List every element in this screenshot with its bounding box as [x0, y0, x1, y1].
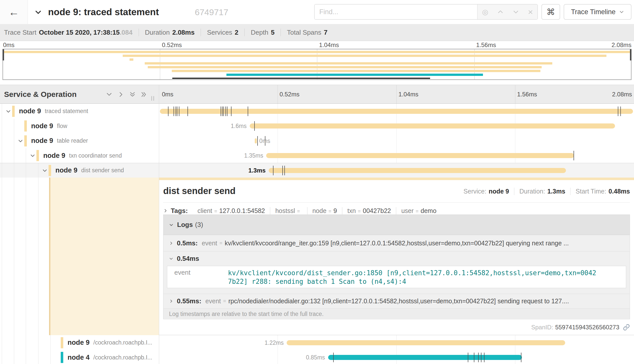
trace-view-selector[interactable]: Trace Timeline	[564, 4, 631, 20]
span-bar-row[interactable]: 1.6ms	[159, 119, 634, 134]
operation-name: traced statement	[45, 108, 88, 115]
log-value: kv/kvclient/kvcoord/range_iter.go:159 [n…	[225, 240, 569, 247]
trace-minimap[interactable]	[3, 49, 631, 80]
expand-all-icon[interactable]	[140, 91, 147, 99]
log-key: event	[167, 269, 228, 285]
next-result-icon[interactable]	[513, 9, 519, 15]
span-row-table-reader: node 9table reader 0ms	[0, 133, 634, 148]
column-resizer-handle[interactable]	[151, 96, 154, 101]
span-tree-item[interactable]: node 9flow	[0, 119, 159, 134]
operation-name: table reader	[57, 137, 88, 144]
span-duration-label: 0.85ms	[306, 354, 325, 361]
find-input[interactable]	[315, 5, 477, 19]
log-entry-toggle[interactable]: 0.5ms: event = kv/kvclient/kvcoord/range…	[163, 235, 630, 251]
chevron-right-icon	[169, 241, 173, 245]
service-name: node 9	[31, 137, 53, 145]
chevron-down-icon	[169, 223, 174, 227]
logs-footer-note: Log timestamps are relative to the start…	[163, 308, 630, 319]
trace-id: 6749717	[195, 0, 228, 25]
span-tree-item[interactable]: node 9txn coordinator send	[0, 148, 159, 163]
keyboard-shortcuts-button[interactable]: ⌘	[541, 4, 560, 20]
log-value: rpc/nodedialer/nodedialer.go:132 [n9,cli…	[228, 297, 569, 305]
span-bar[interactable]	[160, 109, 633, 114]
span-tree-item[interactable]: node 9table reader	[0, 133, 159, 148]
span-row-node4-rpc: node 4/cockroach.roachpb.I... 0.85ms	[0, 350, 634, 364]
collapse-children-icon[interactable]	[42, 168, 48, 173]
find-group: ◎ ×	[314, 4, 538, 20]
chevron-down-icon	[619, 9, 624, 14]
span-bar[interactable]	[287, 340, 565, 345]
span-bar-row[interactable]: 1.22ms	[159, 335, 634, 350]
locate-icon[interactable]: ◎	[482, 8, 488, 16]
service-color-chip	[61, 337, 63, 348]
service-name: node 9	[19, 107, 41, 115]
span-tree-item[interactable]: node 9traced statement	[0, 104, 159, 119]
deep-link-icon[interactable]	[623, 324, 630, 331]
detail-row-gutter	[0, 178, 159, 335]
operation-name: dist sender send	[81, 167, 124, 174]
minimap-left-scrubber[interactable]	[3, 49, 4, 60]
panel-divider[interactable]	[159, 85, 159, 364]
service-name: node 9	[55, 166, 77, 174]
collapse-children-icon[interactable]	[18, 138, 23, 144]
minimap-right-scrubber[interactable]	[630, 49, 631, 60]
tags-label: Tags:	[171, 207, 188, 215]
span-bar[interactable]	[255, 138, 257, 143]
span-duration-label: 1.22ms	[265, 339, 284, 346]
minimap-spans	[3, 49, 631, 79]
trace-start: Trace Start October 15 2020, 17:38:15 .0…	[4, 29, 133, 36]
trace-total-spans: Total Spans 7	[287, 29, 327, 36]
collapse-children-icon[interactable]	[6, 109, 11, 114]
log-key: event	[205, 297, 221, 305]
span-bar-row[interactable]	[159, 104, 634, 119]
span-detail-accent	[159, 178, 634, 180]
collapse-one-icon[interactable]	[106, 91, 113, 99]
service-name: node 9	[68, 339, 90, 347]
prev-result-icon[interactable]	[497, 9, 504, 15]
span-id: SpanID: 5597415943526560273	[531, 324, 630, 331]
tag-hostssl: hostssl=	[270, 207, 307, 215]
expand-one-icon[interactable]	[117, 91, 124, 99]
span-row-txn-coordinator-send: node 9txn coordinator send 1.35ms	[0, 148, 634, 163]
span-duration-label: 1.35ms	[244, 152, 263, 159]
operation-name: /cockroach.roachpb.I...	[93, 354, 152, 361]
service-color-chip	[24, 135, 27, 146]
span-tree-item[interactable]: node 9dist sender send	[0, 163, 159, 178]
span-bar-row[interactable]: 0.85ms	[159, 350, 634, 364]
span-row-traced-statement: node 9traced statement	[0, 104, 634, 119]
trace-depth: Depth 5	[251, 29, 274, 36]
log-entry-toggle-expanded[interactable]: 0.54ms	[163, 251, 630, 266]
top-bar: ← node 9: traced statement 6749717 ◎ × ⌘…	[0, 0, 634, 24]
span-bar[interactable]	[250, 123, 615, 129]
logs-toggle[interactable]: Logs (3)	[163, 215, 630, 235]
span-bar-row[interactable]: 0ms	[159, 133, 634, 148]
span-bar-row[interactable]: 1.3ms	[159, 163, 634, 178]
log-entry-toggle[interactable]: 0.55ms: event = rpc/nodedialer/nodediale…	[163, 294, 630, 308]
trace-duration: Duration 2.08ms	[145, 29, 195, 36]
service-name: node 4	[68, 354, 90, 361]
span-bar[interactable]	[266, 153, 574, 158]
span-tree-item[interactable]: node 4/cockroach.roachpb.I...	[0, 350, 159, 364]
operation-name: txn coordinator send	[69, 152, 122, 159]
span-tree-item[interactable]: node 9/cockroach.roachpb.I...	[0, 335, 159, 350]
service-name: node 9	[31, 122, 53, 130]
tag-node: node=9	[307, 207, 342, 215]
page-title: node 9: traced statement	[48, 0, 159, 24]
minimap-tick-labels: 0ms 0.52ms 1.04ms 1.56ms 2.08ms	[0, 41, 634, 49]
collapse-trace-header-icon[interactable]	[34, 8, 42, 17]
span-bar[interactable]	[328, 355, 522, 360]
back-button[interactable]: ←	[0, 0, 28, 24]
span-duration-label: 1.6ms	[231, 123, 247, 130]
span-bar[interactable]	[269, 168, 566, 173]
span-detail-title: dist sender send	[163, 186, 236, 196]
log-time: 0.5ms:	[177, 239, 198, 247]
collapse-all-icon[interactable]	[129, 91, 136, 99]
logs-title: Logs	[177, 221, 193, 229]
chevron-right-icon	[163, 208, 168, 213]
collapse-children-icon[interactable]	[30, 153, 35, 158]
log-value-mono: kv/kvclient/kvcoord/dist_sender.go:1850 …	[228, 269, 598, 285]
log-time: 0.54ms	[177, 255, 199, 263]
tag-client: client=127.0.0.1:54582	[192, 207, 270, 215]
clear-search-icon[interactable]: ×	[528, 7, 533, 17]
span-bar-row[interactable]: 1.35ms	[159, 148, 634, 163]
